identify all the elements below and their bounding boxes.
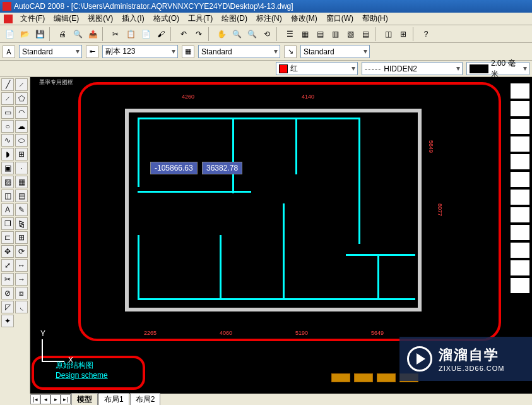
- ucs-icon: Y X: [42, 337, 67, 362]
- markup-icon[interactable]: ▧: [343, 27, 357, 41]
- ellipsearc-icon[interactable]: ◗: [1, 148, 14, 160]
- menu-modify[interactable]: 修改(M): [287, 12, 321, 25]
- zoom-window-icon[interactable]: 🔍: [245, 27, 259, 41]
- paste-icon[interactable]: 📄: [139, 27, 153, 41]
- dimstyle-icon[interactable]: ⇤: [86, 45, 98, 58]
- matchprop-icon[interactable]: 🖌: [154, 27, 168, 41]
- explode-icon[interactable]: ✦: [1, 315, 14, 327]
- dim-style-select[interactable]: 副本 123: [102, 45, 178, 58]
- circle-icon[interactable]: ○: [1, 120, 14, 133]
- tab-layout2[interactable]: 布局2: [130, 393, 161, 406]
- linetype-select[interactable]: - - - - - HIDDEN2: [362, 62, 463, 75]
- pline-icon[interactable]: ⟋: [1, 92, 14, 105]
- menu-draw[interactable]: 绘图(D): [218, 12, 251, 25]
- help-icon[interactable]: ?: [419, 27, 433, 41]
- undo-icon[interactable]: ↶: [177, 27, 191, 41]
- menu-tools[interactable]: 工具(T): [184, 12, 216, 25]
- calc-icon[interactable]: ⊞: [396, 27, 410, 41]
- doc-icon: [4, 15, 13, 23]
- cut-icon[interactable]: ✂: [109, 27, 122, 41]
- offset-icon[interactable]: ⊏: [1, 231, 14, 244]
- insert-icon[interactable]: ⊞: [15, 148, 28, 160]
- textstyle-icon[interactable]: A: [3, 45, 15, 58]
- polygon-icon[interactable]: ⬠: [15, 92, 28, 105]
- ellipse-icon[interactable]: ⬭: [15, 134, 28, 147]
- zoom-realtime-icon[interactable]: 🔍: [230, 27, 244, 41]
- mleader-style-select[interactable]: Standard: [300, 45, 370, 58]
- publish-icon[interactable]: 📤: [86, 27, 100, 41]
- pan-icon[interactable]: ✋: [215, 27, 228, 41]
- properties-icon[interactable]: ☰: [283, 27, 297, 41]
- rotate-icon[interactable]: ⟳: [15, 245, 28, 258]
- menu-dimension[interactable]: 标注(N): [252, 12, 286, 25]
- gradient-icon[interactable]: ▦: [15, 176, 28, 188]
- arc-icon[interactable]: ◠: [15, 106, 28, 119]
- designcenter-icon[interactable]: ▦: [298, 27, 312, 41]
- menu-help[interactable]: 帮助(H): [358, 12, 392, 25]
- title-line2: Design scheme: [56, 371, 108, 380]
- tab-first-icon[interactable]: |◂: [30, 394, 40, 404]
- table-icon[interactable]: ▤: [15, 190, 28, 202]
- dim-b1: 2265: [144, 330, 157, 336]
- menu-format[interactable]: 格式(O): [150, 12, 183, 25]
- tab-prev-icon[interactable]: ◂: [40, 394, 50, 404]
- table-style-select[interactable]: Standard: [198, 45, 280, 58]
- save-icon[interactable]: 💾: [33, 27, 47, 41]
- color-select[interactable]: 红: [276, 62, 358, 75]
- lineweight-select[interactable]: 2.00 毫米: [466, 62, 529, 75]
- block-icon[interactable]: ◫: [381, 27, 395, 41]
- spline-icon[interactable]: ∿: [1, 134, 14, 147]
- join-icon[interactable]: ⧈: [15, 287, 28, 299]
- makeblock-icon[interactable]: ▣: [1, 162, 14, 174]
- copy-obj-icon[interactable]: ❐: [1, 217, 14, 230]
- watermark-url: ZIXUE.3D66.COM: [439, 365, 504, 372]
- hatch-icon[interactable]: ▨: [1, 176, 14, 188]
- region-icon[interactable]: ◫: [1, 190, 14, 202]
- sheetset-icon[interactable]: ▥: [328, 27, 342, 41]
- mtext-icon[interactable]: A: [1, 203, 14, 216]
- redo-icon[interactable]: ↷: [192, 27, 206, 41]
- preview-icon[interactable]: 🔍: [71, 27, 85, 41]
- tab-model[interactable]: 模型: [71, 393, 98, 406]
- break-icon[interactable]: ⊘: [1, 287, 14, 299]
- trim-icon[interactable]: ✂: [1, 273, 14, 286]
- stretch-icon[interactable]: ↔: [15, 259, 28, 272]
- extend-icon[interactable]: →: [15, 273, 28, 286]
- wall-cyan: [358, 118, 360, 244]
- separator: [102, 27, 106, 41]
- quickcalc-icon[interactable]: ▤: [358, 27, 372, 41]
- print-icon[interactable]: 🖨: [56, 27, 69, 41]
- mirror-icon[interactable]: ⧎: [15, 217, 28, 230]
- xline-icon[interactable]: ⟋: [15, 78, 28, 91]
- coord-y-tooltip: 36382.78: [202, 162, 242, 174]
- rectangle-icon[interactable]: ▭: [1, 106, 14, 119]
- color-swatch-icon: [279, 64, 288, 73]
- move-icon[interactable]: ✥: [1, 245, 14, 258]
- open-icon[interactable]: 📂: [18, 27, 32, 41]
- text-style-select[interactable]: Standard: [19, 45, 82, 58]
- erase-icon[interactable]: ✎: [15, 203, 28, 216]
- scale-icon[interactable]: ⤢: [1, 259, 14, 272]
- drawing-canvas[interactable]: 墨率专用图框 4260 4140 2265 4060: [30, 77, 532, 394]
- mleader-icon[interactable]: ↘: [284, 45, 297, 58]
- toolpalette-icon[interactable]: ▤: [313, 27, 327, 41]
- menu-window[interactable]: 窗口(W): [322, 12, 357, 25]
- zoom-prev-icon[interactable]: ⟲: [260, 27, 274, 41]
- tab-next-icon[interactable]: ▸: [50, 394, 61, 404]
- menu-insert[interactable]: 插入(I): [118, 12, 148, 25]
- layout-tabs: |◂ ◂ ▸ ▸| 模型 布局1 布局2: [30, 394, 532, 405]
- tab-layout1[interactable]: 布局1: [98, 393, 129, 406]
- menu-edit[interactable]: 编辑(E): [50, 12, 83, 25]
- fillet-icon[interactable]: ◟: [15, 301, 28, 313]
- tab-last-icon[interactable]: ▸|: [61, 394, 71, 404]
- chamfer-icon[interactable]: ◸: [1, 301, 14, 313]
- line-icon[interactable]: ╱: [1, 78, 14, 91]
- menu-view[interactable]: 视图(V): [84, 12, 117, 25]
- tablestyle-icon[interactable]: ▦: [182, 45, 194, 58]
- new-icon[interactable]: 📄: [3, 27, 16, 41]
- menu-file[interactable]: 文件(F): [16, 12, 49, 25]
- array-icon[interactable]: ⊞: [15, 231, 28, 244]
- copy-icon[interactable]: 📋: [124, 27, 138, 41]
- revcloud-icon[interactable]: ☁: [15, 120, 28, 133]
- point-icon[interactable]: ·: [15, 162, 28, 174]
